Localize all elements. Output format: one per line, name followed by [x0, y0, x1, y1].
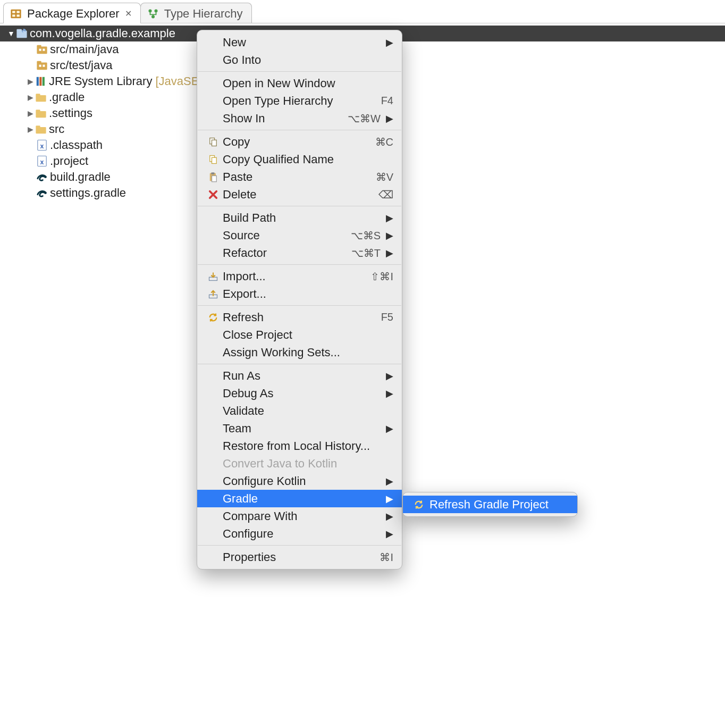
menu-item-assign-working-sets[interactable]: Assign Working Sets... [197, 344, 402, 361]
context-menu: New▶ Go Into Open in New Window Open Typ… [197, 30, 402, 570]
folder-icon [35, 91, 47, 103]
menu-item-new[interactable]: New▶ [197, 34, 402, 51]
expand-arrow-icon[interactable]: ▶ [26, 77, 35, 86]
svg-rect-9 [16, 29, 22, 31]
menu-shortcut: ⇧⌘I [359, 270, 393, 283]
expand-arrow-icon[interactable]: ▶ [26, 125, 35, 133]
tree-item-label: .classpath [50, 138, 103, 152]
menu-shortcut: ⌫ [359, 188, 393, 201]
menu-item-restore-history[interactable]: Restore from Local History... [197, 437, 402, 455]
svg-rect-2 [16, 11, 20, 13]
menu-item-run-as[interactable]: Run As▶ [197, 367, 402, 384]
menu-item-import[interactable]: Import...⇧⌘I [197, 267, 402, 285]
refresh-icon [411, 499, 426, 510]
tree-item-label: src [49, 122, 64, 136]
menu-shortcut: ⌘C [359, 136, 393, 148]
svg-rect-18 [37, 77, 39, 86]
tree-item-label: src/test/java [50, 58, 112, 72]
expand-arrow-icon[interactable]: ▶ [26, 109, 35, 118]
package-explorer-icon [10, 8, 22, 20]
svg-rect-16 [39, 65, 41, 67]
export-icon [206, 289, 221, 299]
menu-item-delete[interactable]: Delete⌫ [197, 186, 402, 203]
menu-shortcut: ⌥⌘S [347, 229, 381, 242]
menu-separator [198, 264, 401, 265]
svg-rect-24 [36, 110, 40, 112]
svg-rect-1 [12, 11, 15, 13]
menu-separator [198, 130, 401, 130]
type-hierarchy-icon [147, 8, 159, 20]
svg-point-5 [148, 9, 151, 12]
submenu-arrow-icon: ▶ [386, 113, 393, 124]
menu-item-properties[interactable]: Properties⌘I [197, 548, 402, 566]
menu-item-compare-with[interactable]: Compare With▶ [197, 507, 402, 525]
submenu-arrow-icon: ▶ [386, 212, 393, 224]
menu-item-build-path[interactable]: Build Path▶ [197, 209, 402, 227]
xml-file-icon: x [36, 155, 48, 167]
submenu-arrow-icon: ▶ [386, 475, 393, 487]
menu-item-copy[interactable]: Copy⌘C [197, 133, 402, 150]
svg-rect-13 [43, 49, 45, 51]
package-folder-icon [36, 44, 48, 55]
svg-rect-36 [211, 172, 214, 174]
expand-arrow-icon[interactable]: ▶ [26, 93, 35, 102]
close-icon[interactable]: ✕ [125, 9, 132, 19]
tab-type-hierarchy[interactable]: Type Hierarchy [140, 3, 252, 23]
menu-shortcut: F5 [359, 311, 393, 323]
svg-rect-37 [212, 175, 217, 181]
menu-shortcut: ⌘V [359, 171, 393, 183]
submenu-arrow-icon: ▶ [386, 388, 393, 399]
library-icon [35, 76, 47, 87]
xml-file-icon: x [36, 139, 48, 151]
menu-item-open-new-window[interactable]: Open in New Window [197, 74, 402, 92]
gradle-file-icon [36, 171, 48, 183]
expand-arrow-icon[interactable]: ▼ [6, 29, 16, 38]
tree-item-label: build.gradle [50, 170, 111, 184]
menu-item-validate[interactable]: Validate [197, 402, 402, 420]
menu-item-refresh[interactable]: RefreshF5 [197, 308, 402, 326]
menu-shortcut: ⌥⌘W [347, 112, 381, 125]
tree-item-label: com.vogella.gradle.example [30, 27, 175, 40]
menu-shortcut: ⌘I [359, 551, 393, 564]
menu-shortcut: ⌥⌘T [347, 247, 381, 260]
view-tab-bar: Package Explorer ✕ Type Hierarchy [0, 0, 725, 23]
folder-icon [35, 107, 47, 119]
copy-icon [206, 137, 221, 147]
svg-rect-10 [37, 47, 47, 54]
menu-item-refactor[interactable]: Refactor⌥⌘T▶ [197, 244, 402, 262]
svg-rect-12 [39, 49, 41, 51]
menu-item-convert-kotlin: Convert Java to Kotlin [197, 455, 402, 472]
folder-icon [35, 123, 47, 135]
menu-item-configure-kotlin[interactable]: Configure Kotlin▶ [197, 472, 402, 490]
menu-item-go-into[interactable]: Go Into [197, 51, 402, 69]
menu-item-close-project[interactable]: Close Project [197, 326, 402, 344]
menu-item-open-type-hierarchy[interactable]: Open Type HierarchyF4 [197, 92, 402, 110]
menu-item-source[interactable]: Source⌥⌘S▶ [197, 227, 402, 244]
tree-item-label: JRE System Library [49, 74, 152, 88]
svg-rect-20 [43, 77, 45, 86]
menu-item-gradle[interactable]: Gradle▶ [197, 490, 402, 507]
svg-rect-21 [36, 95, 46, 102]
svg-rect-23 [36, 111, 46, 118]
menu-item-show-in[interactable]: Show In⌥⌘W▶ [197, 110, 402, 127]
tree-item-label: .gradle [49, 90, 85, 104]
menu-item-paste[interactable]: Paste⌘V [197, 168, 402, 186]
menu-item-debug-as[interactable]: Debug As▶ [197, 384, 402, 402]
menu-item-export[interactable]: Export... [197, 285, 402, 303]
menu-separator [198, 71, 401, 72]
tab-package-explorer[interactable]: Package Explorer ✕ [3, 3, 141, 23]
submenu-arrow-icon: ▶ [386, 370, 393, 382]
menu-item-team[interactable]: Team▶ [197, 420, 402, 437]
submenu-arrow-icon: ▶ [386, 511, 393, 522]
menu-item-refresh-gradle-project[interactable]: Refresh Gradle Project [403, 496, 577, 513]
menu-item-copy-qualified[interactable]: Copy Qualified Name [197, 150, 402, 168]
submenu-arrow-icon: ▶ [386, 37, 393, 48]
svg-rect-25 [36, 127, 46, 133]
svg-text:x: x [40, 158, 44, 166]
svg-rect-4 [16, 14, 20, 16]
menu-item-configure[interactable]: Configure▶ [197, 525, 402, 542]
tree-item-label: .project [50, 154, 88, 168]
menu-separator [198, 364, 401, 364]
tab-label: Type Hierarchy [164, 7, 243, 21]
tree-item-suffix: [JavaSE- [155, 74, 203, 88]
